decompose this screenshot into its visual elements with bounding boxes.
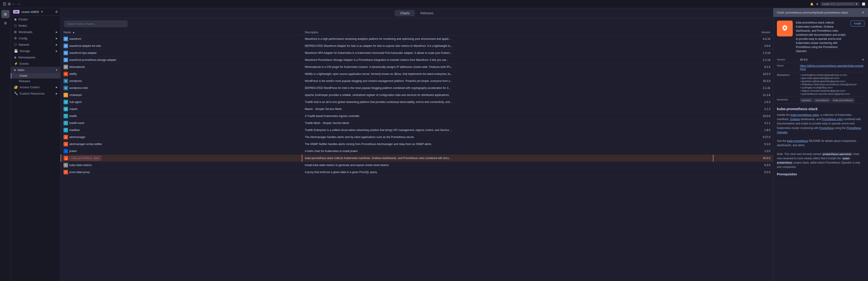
chart-name-text: alertmanager-snmp-notifier [69, 143, 102, 146]
sidebar-sub-charts[interactable]: Charts [11, 73, 60, 79]
maintainer-item: • Xtigyro<miroslav.hadzhiev@gmail.com> [800, 89, 857, 92]
back-icon[interactable]: ← [12, 2, 16, 6]
install-button[interactable]: Install [850, 21, 864, 26]
svg-point-2 [784, 27, 786, 29]
sidebar-label-cluster: Cluster [19, 18, 28, 21]
home-icon[interactable]: ⊞ [8, 2, 11, 6]
table-row[interactable]: WwordpressWordPress is the world's most … [61, 78, 773, 85]
col-name[interactable]: Name ▲ [61, 29, 302, 35]
table-row[interactable]: Kkube-state-metricsInstall kube-state-me… [61, 162, 773, 169]
workloads-icon: ⊞ [14, 30, 17, 34]
table-cell-name: Wwavefront-adapter-for-istio [61, 43, 302, 50]
tab-releases[interactable]: Releases [415, 10, 439, 16]
topbar: ☰ ⊞ ← → 🔔 🖥 Local WIN-JQHF8ZVOKG ▼ ⬜ [0, 0, 868, 8]
chart-name-text: prom-label-proxy [69, 171, 90, 174]
helm-chevron: ▼ [55, 69, 58, 71]
col-description: Description [302, 29, 713, 35]
icon-bar-home[interactable]: ⊞ [1, 10, 9, 18]
sidebar-item-config[interactable]: ⚙Config ▶ [11, 35, 60, 41]
table-row[interactable]: Wwavefront-prometheus-storage-adapterWav… [61, 57, 773, 63]
chart-icon: W [64, 72, 68, 76]
icon-bar: ⊞ ⚙ [0, 8, 11, 281]
table-cell-version: 2.1.14 [713, 57, 773, 63]
sidebar-item-helm[interactable]: ⎈Helm ▼ [11, 67, 60, 73]
table-cell-name: Wwordpress-intel [61, 85, 302, 92]
sidebar-item-events[interactable]: ⚡Events [11, 60, 60, 67]
sidebar-label-storage: Storage [20, 49, 30, 53]
table-row[interactable]: ZzookeeperApache ZooKeeper provides a re… [61, 92, 773, 99]
table-row[interactable]: WwhereaboutsWhereabouts is a CNI plugin … [61, 63, 773, 71]
chart-name-text: maesh [69, 108, 78, 111]
detail-close-button[interactable]: ✕ [862, 10, 864, 15]
table-row[interactable]: Wwavefront-adapter-for-istioDEPRECATED W… [61, 43, 773, 50]
table-row[interactable]: JjiralertA Helm chart for Kubernetes to … [61, 148, 773, 155]
table-row[interactable]: 🔥kube-prometheus-stackkube-prometheus-st… [61, 155, 773, 162]
table-cell-name: Pprom-label-proxy [61, 169, 302, 176]
table-cell-name: Ttraefik-mesh [61, 120, 302, 127]
sidebar-item-namespaces[interactable]: ◈Namespaces [11, 54, 60, 60]
table-row[interactable]: TtraefikeeTraefik Enterprise is a unifie… [61, 127, 773, 134]
search-input[interactable] [64, 21, 127, 27]
prometheus-logo-svg [779, 23, 790, 34]
table-cell-description: Traefik Hub is an all-in-one global netw… [302, 99, 713, 106]
table-row[interactable]: WwildflyWildfly is a lightweight, open s… [61, 71, 773, 78]
prometheus-link[interactable]: Prometheus [819, 127, 834, 130]
chart-icon: K [64, 163, 68, 167]
table-row[interactable]: Ttraefik-meshTraefik Mesh - Simpler Serv… [61, 120, 773, 127]
table-row[interactable]: TtraefikA Traefik based Kubernetes ingre… [61, 113, 773, 120]
tab-charts[interactable]: Charts [395, 10, 415, 16]
table-cell-description: Whereabouts is a CNI plugin for Kubernet… [302, 63, 713, 71]
detail-body-text: Installs the kube-prometheus stack, a co… [777, 113, 864, 169]
table-row[interactable]: Wwavefront-hpa-adapterWavefront HPA Adap… [61, 50, 773, 57]
kube-prometheus-readme-link[interactable]: kube-prometheus [787, 139, 808, 143]
monitor-icon[interactable]: 🖥 [816, 2, 818, 6]
sidebar-item-nodes[interactable]: ⬡Nodes [11, 22, 60, 29]
table-cell-version: 0.1.5 [713, 63, 773, 71]
icon-bar-settings[interactable]: ⚙ [1, 19, 9, 27]
table-cell-name: Wwavefront [61, 35, 302, 43]
table-cell-version: 11.1.6 [713, 92, 773, 99]
sidebar-item-network[interactable]: ⬡Network ▶ [11, 41, 60, 48]
sidebar-item-custom-resources[interactable]: 🔧Custom Resources ▶ [11, 90, 60, 96]
chart-name-text: wavefront-hpa-adapter [69, 51, 97, 55]
bell-icon[interactable]: 🔔 [810, 2, 813, 6]
sidebar-item-cluster[interactable]: ◉Cluster [11, 16, 60, 22]
sidebar-sub-releases[interactable]: Releases [11, 79, 60, 84]
table-header: Name ▲ Description Version [61, 29, 773, 35]
chart-name-text: wavefront-prometheus-storage-adapter [69, 58, 116, 61]
version-expand-icon[interactable]: ▼ [862, 58, 864, 61]
sidebar-label-helm: Helm [18, 68, 24, 72]
prerequisites-title: Prerequisites [777, 172, 864, 176]
meta-home-link[interactable]: https://github.com/prometheus-operator/k… [800, 64, 864, 71]
prometheus-rules-link[interactable]: Prometheus rules [822, 118, 843, 121]
table-row[interactable]: WwavefrontWavefront is a high-performanc… [61, 35, 773, 43]
sidebar-settings-icon[interactable]: ⚙ [55, 10, 58, 13]
sidebar-item-storage[interactable]: 💾Storage ▶ [11, 48, 60, 54]
chart-icon: J [64, 149, 68, 153]
table-row[interactable]: AalertmanagerThe Alertmanager handles al… [61, 134, 773, 141]
local-info[interactable]: Local WIN-JQHF8ZVOKG ▼ [821, 2, 860, 6]
chart-icon: T [64, 121, 68, 125]
table-row[interactable]: Wwordpress-intelDEPRECATED WordPress for… [61, 85, 773, 92]
table-row[interactable]: Hhub-agentTraefik Hub is an all-in-one g… [61, 99, 773, 106]
cluster-icon: ◉ [14, 18, 17, 21]
keyword-tag: prometheus [814, 98, 831, 102]
table-cell-version: 0.27.0 [713, 134, 773, 141]
topbar-left: ☰ ⊞ ← → [3, 2, 21, 6]
menu-icon[interactable]: ☰ [3, 2, 6, 6]
main-layout: ⊞ ⚙ CK cluster-k8809 ▼ ⚙ ◉Cluster ⬡Nodes… [0, 8, 868, 281]
table-row[interactable]: Aalertmanager-snmp-notifierThe SNMP Noti… [61, 141, 773, 148]
grafana-link[interactable]: Grafana [790, 118, 800, 121]
table-row[interactable]: Pprom-label-proxyA proxy that enforces a… [61, 169, 773, 176]
detail-top-section: kube-prometheus-stack collects Kubernete… [777, 21, 864, 53]
table-cell-name: Wwavefront-hpa-adapter [61, 50, 302, 57]
table-row[interactable]: MmaeshMaesh - Simpler Service Mesh2.1.2 [61, 106, 773, 113]
chart-name-text: zookeeper [69, 93, 82, 96]
sidebar-item-workloads[interactable]: ⊞Workloads ▶ [11, 29, 60, 35]
kube-prometheus-link[interactable]: kube-prometheus stack [791, 113, 819, 116]
chart-table: Name ▲ Description Version WwavefrontWav… [61, 29, 773, 176]
sidebar-item-access-control[interactable]: 🔐Access Control ▶ [11, 84, 60, 90]
forward-icon[interactable]: → [17, 2, 21, 6]
sidebar-label-custom-resources: Custom Resources [20, 92, 45, 95]
window-icon[interactable]: ⬜ [862, 2, 865, 6]
